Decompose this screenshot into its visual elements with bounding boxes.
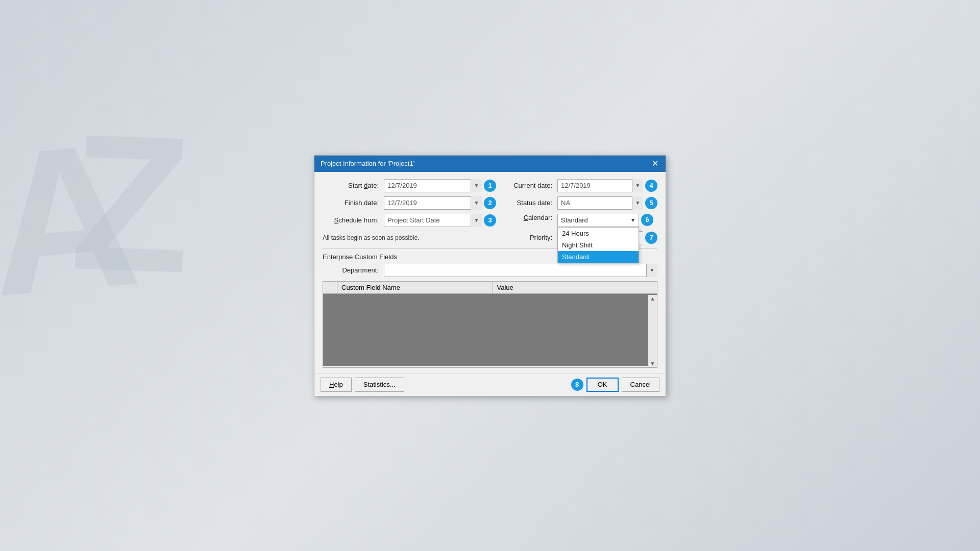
priority-badge: 7 [645,232,657,244]
calendar-option-24hours[interactable]: 24 Hours [558,228,639,239]
start-date-badge: 1 [484,180,496,192]
table-scroll-header [648,282,657,293]
help-button[interactable]: Help [321,378,352,392]
enterprise-custom-fields-section: Enterprise Custom Fields Department: ▼ C… [323,248,657,368]
statistics-button[interactable]: Statistics... [355,378,404,392]
table-scrollbar[interactable]: ▲ ▼ [648,295,657,367]
schedule-from-label: Schedule from: [323,216,384,224]
custom-fields-table: Custom Field Name Value ▲ ▼ [323,281,657,368]
start-date-label: Start date: [323,182,384,189]
status-date-badge: 5 [645,197,657,209]
start-date-select[interactable]: 12/7/2019 [384,179,482,192]
schedule-from-select[interactable]: Project Start Date [384,214,482,227]
table-col-name: Custom Field Name [337,282,493,293]
project-information-dialog: Project Information for 'Project1' ✕ Sta… [314,155,666,396]
calendar-dropdown[interactable]: 24 Hours Night Shift Standard [557,227,639,263]
close-button[interactable]: ✕ [651,160,659,168]
finish-date-badge: 2 [484,197,496,209]
status-date-select[interactable]: NA [557,196,643,210]
current-date-badge: 4 [645,180,657,192]
calendar-badge: 6 [641,214,653,226]
department-select[interactable] [384,264,657,277]
ok-badge: 8 [571,379,583,391]
start-date-row: Start date: 12/7/2019 ▼ 1 Current date: [323,179,657,192]
finish-date-label: Finish date: [323,199,384,207]
dialog-body: Start date: 12/7/2019 ▼ 1 Current date: [314,172,666,373]
current-date-select[interactable]: 12/7/2019 [557,179,643,192]
schedule-from-row: Schedule from: Project Start Date ▼ 3 Ca… [323,214,657,227]
scroll-up-icon[interactable]: ▲ [649,295,656,303]
table-checkbox-col [323,282,337,293]
finish-date-select[interactable]: 12/7/2019 [384,196,482,210]
ok-button[interactable]: OK [586,378,619,392]
table-header: Custom Field Name Value [323,282,657,294]
footer-left-buttons: Help Statistics... [321,378,404,392]
table-col-value: Value [493,282,648,293]
info-text: All tasks begin as soon as possible. [323,234,491,241]
scroll-down-icon[interactable]: ▼ [649,360,656,367]
footer-right-buttons: 8 OK Cancel [569,378,659,392]
dialog-footer: Help Statistics... 8 OK Cancel [314,373,666,396]
current-date-label: Current date: [496,182,557,189]
dialog-titlebar: Project Information for 'Project1' ✕ [314,156,666,172]
cancel-button[interactable]: Cancel [622,378,659,392]
department-row: Department: ▼ [323,264,657,277]
calendar-option-standard[interactable]: Standard [558,251,639,263]
status-date-label: Status date: [496,199,557,207]
dialog-title: Project Information for 'Project1' [321,160,414,167]
calendar-value: Standard [561,216,628,224]
calendar-label: Calendar: [496,214,557,221]
calendar-option-nightshift[interactable]: Night Shift [558,239,639,251]
calendar-arrow-icon: ▼ [630,217,635,223]
department-label: Department: [323,266,384,274]
priority-label: Priority: [496,234,557,241]
table-body [323,294,657,366]
finish-date-row: Finish date: 12/7/2019 ▼ 2 Status date: … [323,196,657,210]
schedule-from-badge: 3 [484,214,496,227]
